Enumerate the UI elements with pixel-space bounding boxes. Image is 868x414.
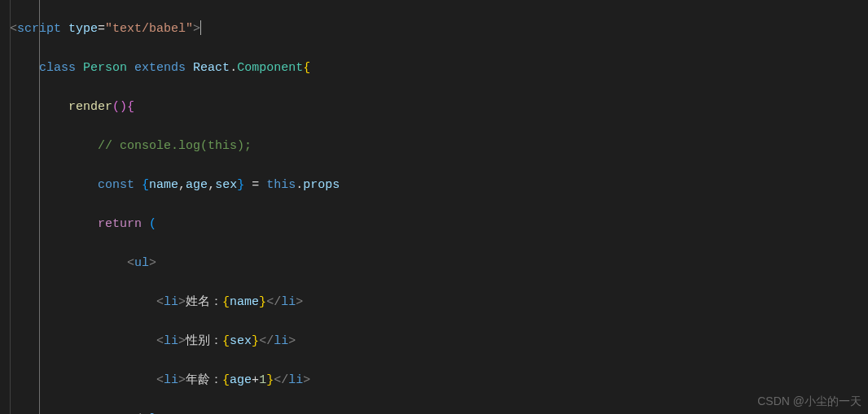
code-line[interactable]: // console.log(this); bbox=[10, 137, 772, 156]
code-line[interactable]: </ul> bbox=[10, 410, 772, 414]
code-editor[interactable]: <script type="text/babel"> class Person … bbox=[0, 0, 868, 414]
code-line[interactable]: <li>性别：{sex}</li> bbox=[10, 332, 772, 351]
code-line[interactable]: <ul> bbox=[10, 254, 772, 273]
code-line[interactable]: <li>年龄：{age+1}</li> bbox=[10, 371, 772, 390]
watermark: CSDN @小尘的一天 bbox=[757, 391, 861, 411]
code-line[interactable]: <script type="text/babel"> bbox=[10, 20, 772, 39]
code-content[interactable]: <script type="text/babel"> class Person … bbox=[0, 0, 772, 414]
cursor bbox=[200, 20, 201, 35]
code-line[interactable]: <li>姓名：{name}</li> bbox=[10, 293, 772, 312]
code-line[interactable]: render(){ bbox=[10, 98, 772, 117]
code-line[interactable]: return ( bbox=[10, 215, 772, 234]
code-line[interactable]: const {name,age,sex} = this.props bbox=[10, 176, 772, 195]
code-line[interactable]: class Person extends React.Component{ bbox=[10, 59, 772, 78]
